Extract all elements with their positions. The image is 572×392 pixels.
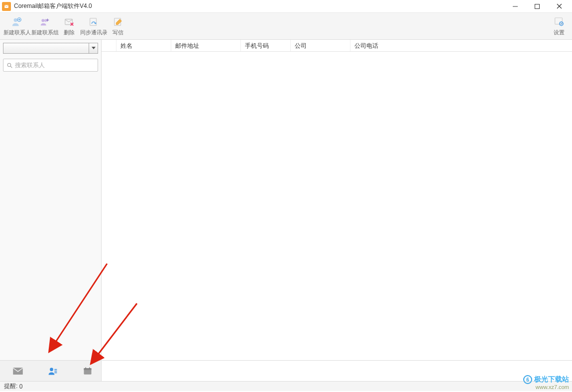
minimize-button[interactable] xyxy=(504,0,526,13)
gear-icon xyxy=(553,16,565,28)
dropdown-toggle[interactable] xyxy=(89,43,98,53)
svg-point-21 xyxy=(7,63,11,67)
settings-button[interactable]: 设置 xyxy=(549,14,569,38)
svg-rect-23 xyxy=(13,367,23,374)
sync-button[interactable]: 同步通讯录 xyxy=(80,14,108,38)
table-body-empty xyxy=(102,52,572,360)
svg-point-10 xyxy=(44,19,47,22)
svg-line-22 xyxy=(10,66,12,68)
svg-rect-30 xyxy=(86,367,87,369)
calendar-icon xyxy=(83,367,93,376)
sidebar xyxy=(0,40,102,360)
maximize-icon xyxy=(535,4,540,9)
svg-point-24 xyxy=(50,368,53,371)
delete-label: 删除 xyxy=(64,29,75,36)
bottom-fill xyxy=(102,360,572,381)
sync-icon xyxy=(88,16,100,28)
column-company-phone[interactable]: 公司电话 xyxy=(350,40,572,51)
mail-delete-icon xyxy=(63,16,75,28)
column-mobile[interactable]: 手机号码 xyxy=(241,40,291,51)
mail-tab[interactable] xyxy=(12,365,24,377)
maximize-button[interactable] xyxy=(526,0,548,13)
svg-point-20 xyxy=(561,23,562,24)
settings-label: 设置 xyxy=(554,29,565,36)
minimize-icon xyxy=(513,4,518,9)
chevron-down-icon xyxy=(92,47,96,50)
close-icon xyxy=(557,3,562,9)
mail-icon xyxy=(12,367,23,375)
new-group-button[interactable]: 新建联系组 xyxy=(31,14,59,38)
search-input[interactable] xyxy=(15,62,95,69)
delete-button[interactable]: 删除 xyxy=(59,14,80,38)
reminder-label: 提醒: xyxy=(4,382,17,391)
toolbar: 新建联系人 新建联系组 删除 同步通讯录 写信 设置 xyxy=(0,13,572,40)
reminder-count: 0 xyxy=(19,383,23,390)
titlebar: Coremail邮箱客户端软件V4.0 xyxy=(0,0,572,13)
window-title: Coremail邮箱客户端软件V4.0 xyxy=(14,2,92,10)
svg-point-9 xyxy=(41,19,44,22)
person-plus-icon xyxy=(11,16,23,28)
search-box[interactable] xyxy=(3,59,98,72)
contacts-tab[interactable] xyxy=(47,365,59,377)
compose-label: 写信 xyxy=(113,29,123,36)
account-dropdown[interactable] xyxy=(3,43,98,54)
column-company[interactable]: 公司 xyxy=(291,40,350,51)
new-contact-label: 新建联系人 xyxy=(3,29,31,36)
sync-label: 同步通讯录 xyxy=(80,29,108,36)
group-plus-icon xyxy=(39,16,51,28)
new-group-label: 新建联系组 xyxy=(31,29,59,36)
column-email[interactable]: 邮件地址 xyxy=(171,40,241,51)
svg-rect-29 xyxy=(84,368,92,370)
calendar-tab[interactable] xyxy=(82,365,94,377)
statusbar: 提醒: 0 xyxy=(0,381,572,391)
column-name[interactable]: 姓名 xyxy=(116,40,171,51)
app-icon xyxy=(2,2,11,11)
svg-point-5 xyxy=(14,18,17,22)
bottom-nav xyxy=(0,360,102,381)
table-header: 姓名 邮件地址 手机号码 公司 公司电话 xyxy=(102,40,572,52)
column-blank[interactable] xyxy=(102,40,116,51)
compose-button[interactable]: 写信 xyxy=(108,14,128,38)
compose-icon xyxy=(112,16,124,28)
svg-rect-2 xyxy=(535,4,540,8)
svg-rect-31 xyxy=(89,367,90,369)
main-content: 姓名 邮件地址 手机号码 公司 公司电话 xyxy=(102,40,572,360)
close-button[interactable] xyxy=(548,0,570,13)
account-dropdown-input[interactable] xyxy=(3,43,89,53)
new-contact-button[interactable]: 新建联系人 xyxy=(3,14,31,38)
search-icon xyxy=(6,62,13,69)
contacts-icon xyxy=(47,366,58,376)
